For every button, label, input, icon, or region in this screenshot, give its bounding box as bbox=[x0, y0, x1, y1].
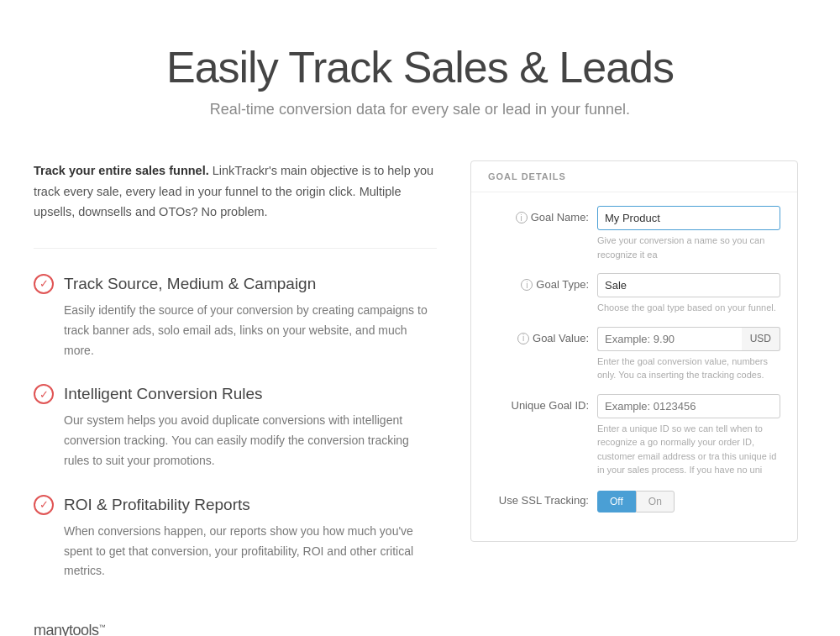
intro-bold: Track your entire sales funnel. bbox=[34, 164, 209, 177]
form-row-goal-value: i Goal Value: USD Enter the goal convers… bbox=[488, 327, 780, 382]
goal-name-label: i Goal Name: bbox=[488, 206, 589, 223]
feature-header-1: ✓ Track Source, Medium & Campaign bbox=[34, 274, 437, 294]
feature-title-1: Track Source, Medium & Campaign bbox=[64, 275, 316, 293]
goal-type-input[interactable] bbox=[597, 273, 780, 297]
check-icon-3: ✓ bbox=[34, 495, 54, 515]
info-icon-goal-value: i bbox=[517, 333, 529, 344]
check-icon-2: ✓ bbox=[34, 384, 54, 404]
feature-title-2: Intelligent Conversion Rules bbox=[64, 385, 263, 403]
form-row-goal-type: i Goal Type: Choose the goal type based … bbox=[488, 273, 780, 315]
goal-type-label: i Goal Type: bbox=[488, 273, 589, 291]
feature-header-2: ✓ Intelligent Conversion Rules bbox=[34, 384, 437, 404]
ssl-field: Off On bbox=[597, 489, 780, 512]
unique-id-field: Enter a unique ID so we can tell when to… bbox=[597, 394, 780, 477]
main-content: Track your entire sales funnel. LinkTrac… bbox=[34, 144, 806, 636]
feature-header-3: ✓ ROI & Profitability Reports bbox=[34, 495, 437, 515]
goal-panel: GOAL DETAILS i Goal Name: Give your conv… bbox=[470, 160, 798, 542]
goal-value-input[interactable] bbox=[597, 327, 742, 351]
goal-value-hint: Enter the goal conversion value, numbers… bbox=[597, 355, 780, 382]
ssl-off-button[interactable]: Off bbox=[597, 491, 636, 512]
unique-id-hint: Enter a unique ID so we can tell when to… bbox=[597, 422, 780, 477]
feature-desc-3: When conversions happen, our reports sho… bbox=[34, 522, 437, 581]
goal-value-field: USD Enter the goal conversion value, num… bbox=[597, 327, 780, 382]
left-column: Track your entire sales funnel. LinkTrac… bbox=[34, 160, 437, 636]
ssl-label: Use SSL Tracking: bbox=[488, 489, 589, 507]
form-row-unique-id: Unique Goal ID: Enter a unique ID so we … bbox=[488, 394, 780, 477]
page-header: Easily Track Sales & Leads Real-time con… bbox=[34, 0, 806, 144]
ssl-toggle-group: Off On bbox=[597, 491, 780, 512]
feature-desc-1: Easily identify the source of your conve… bbox=[34, 301, 437, 360]
goal-type-field: Choose the goal type based on your funne… bbox=[597, 273, 780, 315]
page-title: Easily Track Sales & Leads bbox=[50, 42, 790, 92]
feature-item-3: ✓ ROI & Profitability Reports When conve… bbox=[34, 495, 437, 581]
goal-value-addon: USD bbox=[742, 327, 780, 351]
goal-type-hint: Choose the goal type based on your funne… bbox=[597, 301, 780, 315]
goal-value-label: i Goal Value: bbox=[488, 327, 589, 344]
intro-text: Track your entire sales funnel. LinkTrac… bbox=[34, 160, 437, 249]
goal-value-input-group: USD bbox=[597, 327, 780, 351]
form-row-goal-name: i Goal Name: Give your conversion a name… bbox=[488, 206, 780, 261]
right-column: GOAL DETAILS i Goal Name: Give your conv… bbox=[470, 160, 798, 542]
feature-desc-2: Our system helps you avoid duplicate con… bbox=[34, 411, 437, 470]
goal-name-hint: Give your conversion a name so you can r… bbox=[597, 234, 780, 261]
form-row-ssl: Use SSL Tracking: Off On bbox=[488, 489, 780, 512]
brand-name: manytools™ bbox=[34, 622, 106, 636]
page-subtitle: Real-time conversion data for every sale… bbox=[50, 101, 790, 118]
check-icon-1: ✓ bbox=[34, 274, 54, 294]
ssl-on-button[interactable]: On bbox=[636, 491, 675, 512]
feature-title-3: ROI & Profitability Reports bbox=[64, 496, 250, 514]
goal-name-input[interactable] bbox=[597, 206, 780, 230]
goal-panel-header: GOAL DETAILS bbox=[471, 161, 797, 192]
feature-item-1: ✓ Track Source, Medium & Campaign Easily… bbox=[34, 274, 437, 360]
goal-panel-body: i Goal Name: Give your conversion a name… bbox=[471, 192, 797, 541]
unique-id-label: Unique Goal ID: bbox=[488, 394, 589, 412]
info-icon-goal-name: i bbox=[516, 212, 528, 223]
goal-name-field: Give your conversion a name so you can r… bbox=[597, 206, 780, 261]
info-icon-goal-type: i bbox=[521, 279, 533, 291]
unique-id-input[interactable] bbox=[597, 394, 780, 418]
feature-item-2: ✓ Intelligent Conversion Rules Our syste… bbox=[34, 384, 437, 470]
footer-brand: manytools™ bbox=[34, 605, 437, 636]
